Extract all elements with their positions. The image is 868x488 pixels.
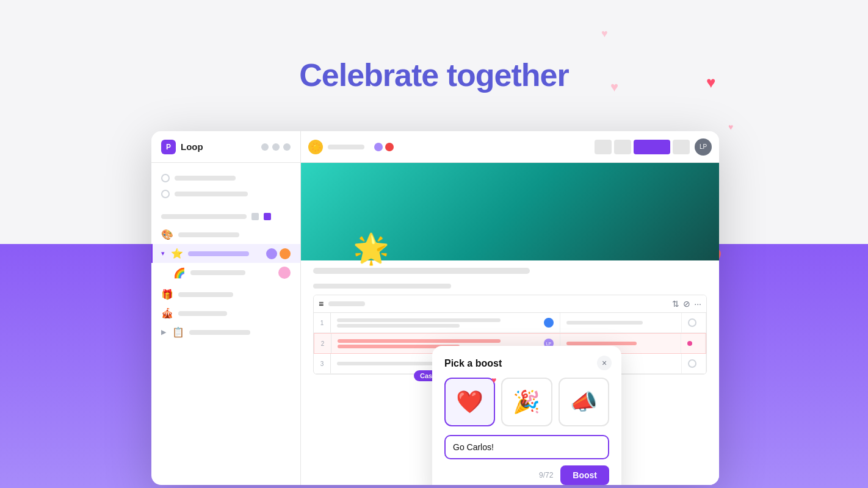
dot-group (374, 143, 394, 151)
app-logo: P (161, 140, 176, 154)
sq-1 (251, 213, 259, 220)
item-bar-1 (175, 176, 236, 181)
row-num-3: 3 (314, 354, 331, 373)
sun-emoji: 🌟 (353, 232, 389, 266)
sidebar-group-1[interactable] (151, 208, 300, 225)
content-line-1 (313, 268, 530, 274)
cell-bars-1 (337, 318, 541, 328)
row-cell-3-3 (682, 354, 706, 373)
boost-option-heart[interactable]: ❤️ ♥ (444, 378, 495, 426)
window-controls (261, 143, 291, 151)
check-1 (161, 174, 170, 182)
sort-icon[interactable]: ⇅ (672, 299, 679, 309)
sidebar-item-emoji-1[interactable]: 🎨 (151, 225, 300, 244)
row-check-3 (688, 359, 696, 368)
dot-red (385, 143, 394, 151)
boost-option-party[interactable]: 🎉 (501, 378, 552, 426)
sidebar-item-4[interactable]: 🎪 (151, 304, 300, 323)
modal-close-button[interactable]: × (597, 356, 612, 370)
logo-letter: P (166, 143, 171, 151)
filter-icon[interactable]: ⊘ (683, 299, 690, 309)
row-cell-2-3 (681, 334, 706, 353)
emoji-bar-1 (178, 232, 239, 237)
boost-modal: Pick a boost × ❤️ ♥ 🎉 📣 9/72 Boost (432, 346, 621, 485)
row-num-2: 2 (314, 334, 331, 353)
table-icon: ≡ (319, 299, 324, 309)
mini-heart: ♥ (491, 375, 496, 385)
emoji-4: 🎪 (161, 307, 173, 319)
main-content: ☀️ LP (301, 131, 719, 485)
item-bar-5 (189, 330, 250, 335)
sidebar-item-2[interactable] (151, 186, 300, 202)
expand-arrow: ▾ (161, 249, 165, 257)
row-check-1 (688, 318, 696, 327)
toggle-group (266, 248, 291, 259)
more-icon[interactable]: ··· (694, 299, 701, 309)
dot-pink (687, 341, 692, 346)
win-btn-2[interactable] (272, 143, 280, 151)
sq-2 (264, 213, 271, 220)
sidebar-item-3[interactable]: 🎁 (151, 285, 300, 304)
sidebar-sub-item[interactable]: 🌈 (151, 263, 300, 282)
sub-bar (190, 270, 245, 275)
sidebar-item-5[interactable]: ▶ 📋 (151, 323, 300, 342)
win-btn-3[interactable] (283, 143, 291, 151)
tb-btn-active[interactable] (634, 140, 670, 154)
cell-bar-6 (566, 342, 637, 345)
toggle-orange (280, 248, 291, 259)
emoji-3: 🎁 (161, 289, 173, 300)
item-bar-4 (178, 311, 227, 316)
row-cell-1-3 (682, 313, 706, 332)
table-title-bar (328, 301, 365, 306)
content-line-2 (313, 284, 451, 289)
sidebar-active-item[interactable]: ▾ ⭐ (151, 244, 300, 263)
boost-options: ❤️ ♥ 🎉 📣 (444, 378, 609, 426)
app-window: P Loop (151, 131, 719, 485)
sidebar-item-1[interactable] (151, 170, 300, 186)
row-cell-1-1 (331, 313, 560, 332)
group-bar-1 (161, 214, 247, 219)
win-btn-1[interactable] (261, 143, 269, 151)
sub-avatar (278, 267, 291, 279)
row-cell-1-2 (560, 313, 682, 332)
item-bar-2 (175, 192, 248, 196)
boost-message-input[interactable] (444, 435, 609, 459)
boost-option-megaphone[interactable]: 📣 (559, 378, 609, 426)
cell-bar-4 (338, 339, 501, 343)
cell-bars-2 (566, 321, 675, 325)
modal-title: Pick a boost (444, 358, 609, 369)
toolbar-btn-group (595, 140, 690, 154)
cell-bars-4 (566, 342, 675, 345)
tb-btn-1[interactable] (595, 140, 612, 154)
char-count: 9/72 (539, 471, 553, 479)
cell-bar-3 (566, 321, 642, 325)
sidebar: P Loop (151, 131, 301, 485)
app-name: Loop (181, 142, 203, 152)
emoji-rainbow: 🌈 (173, 267, 186, 279)
cell-bar-2 (337, 324, 460, 328)
row-num-1: 1 (314, 313, 331, 332)
table-row: 1 (314, 313, 706, 333)
sidebar-content: 🎨 ▾ ⭐ 🌈 🎁 (151, 163, 300, 485)
emoji-5: 📋 (172, 326, 184, 338)
dot-purple (374, 143, 383, 151)
main-toolbar: ☀️ LP (301, 131, 719, 163)
emoji-active: ⭐ (171, 248, 183, 259)
page-title: Celebrate together (0, 57, 868, 93)
boost-submit-button[interactable]: Boost (560, 465, 609, 485)
boost-footer: 9/72 Boost (444, 465, 609, 485)
sidebar-header: P Loop (151, 131, 300, 163)
active-bar (188, 251, 249, 256)
row-avatar-1 (544, 318, 554, 328)
content-body: ≡ ⇅ ⊘ ··· 1 (301, 260, 719, 485)
check-2 (161, 190, 170, 198)
toolbar-avatar: ☀️ (308, 140, 323, 154)
tb-btn-3[interactable] (673, 140, 690, 154)
toolbar-bar (328, 145, 364, 149)
expand-arrow-2: ▶ (161, 328, 166, 336)
emoji-1: 🎨 (161, 229, 173, 240)
tb-btn-2[interactable] (614, 140, 631, 154)
toggle-purple (266, 248, 277, 259)
user-avatar: LP (695, 138, 712, 156)
table-toolbar: ≡ ⇅ ⊘ ··· (314, 295, 706, 313)
